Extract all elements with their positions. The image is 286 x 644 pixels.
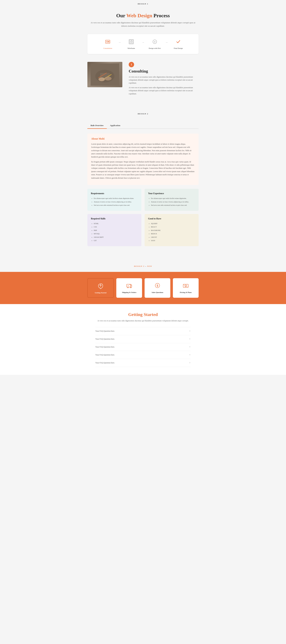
design1-title-part1: Our <box>116 13 126 18</box>
design1-title: Our Web Design Process <box>87 13 199 18</box>
tabs-bar: Role Overview Application <box>87 122 199 129</box>
faq-item-4[interactable]: Your FAQ Question here. + <box>95 359 191 367</box>
getting-started-inner: Getting Started At vero eos et accusamus… <box>95 312 191 367</box>
gth-0: JQUERY <box>151 222 195 225</box>
req-item-1: Aenean et tortor at risus viverra adipis… <box>94 200 138 203</box>
tab-application[interactable]: Application <box>107 122 123 129</box>
faq-item-0[interactable]: Your FAQ Question here. + <box>95 327 191 335</box>
svg-rect-9 <box>131 42 133 43</box>
design1-inner: Our Web Design Process At vero eos et ac… <box>87 13 199 97</box>
faq-item-1[interactable]: Your FAQ Question here. + <box>95 335 191 343</box>
about-title-part1: About <box>91 137 99 140</box>
skill-4: JAVASCRIPT <box>94 236 138 238</box>
arrow1: → <box>117 41 122 44</box>
design3-label-new: NEW <box>147 265 152 267</box>
orange-bg-section: Getting Started Shipping & Orders <box>0 272 286 304</box>
service-card-sales[interactable]: $ Sales Questions <box>145 278 170 298</box>
consulting-number-badge: 1 <box>129 62 134 67</box>
svg-point-1 <box>106 41 108 42</box>
two-col-top: Requirements Est ullamcorper eget nulla … <box>87 189 199 211</box>
service-card-pricing[interactable]: $ Pricing & Plans <box>173 278 199 298</box>
pricing-icon: $ <box>175 282 196 290</box>
wireframe-icon <box>128 39 134 46</box>
service-card-shipping[interactable]: Shipping & Orders <box>116 278 142 298</box>
about-title-highlight: Molti <box>99 137 104 140</box>
final-icon <box>175 39 181 46</box>
skills-list: HTML CSS PHP MYSQL JAVASCRIPT GIT <box>91 222 138 242</box>
exp-item-1: Aenean et tortor at risus viverra adipis… <box>151 200 195 203</box>
skill-0: HTML <box>94 222 138 225</box>
req-item-2: Sed arcu non odio euismod lacinia at qui… <box>94 204 138 206</box>
req-item-0: Est ullamcorper eget nulla facilisis eti… <box>94 197 138 200</box>
tab-role-overview[interactable]: Role Overview <box>87 122 107 129</box>
skill-1: CSS <box>94 226 138 228</box>
experience-list: Est ullamcorper eget nulla facilisi etia… <box>148 197 195 206</box>
good-to-have-title: Good to Have <box>148 218 195 220</box>
getting-started-icon <box>90 282 111 290</box>
step-wireframe[interactable]: Wireframe <box>122 39 141 49</box>
step-final-label: Final Design <box>174 47 183 49</box>
faq-plus-0: + <box>189 330 191 333</box>
step-final[interactable]: Final Design <box>169 39 188 49</box>
service-card-getting-started[interactable]: Getting Started <box>87 278 114 298</box>
consultation-icon <box>105 39 111 46</box>
requirements-title: Requirements <box>91 192 138 195</box>
faq-question-1: Your FAQ Question here. <box>95 338 115 340</box>
service-cards: Getting Started Shipping & Orders <box>87 278 199 298</box>
svg-point-28 <box>184 284 184 285</box>
consulting-image <box>87 62 122 87</box>
design3-section: DESIGN 3 – NEW <box>0 259 286 267</box>
svg-text:$: $ <box>157 284 158 288</box>
gth-3: REDUX <box>151 232 195 235</box>
faq-item-2[interactable]: Your FAQ Question here. + <box>95 343 191 351</box>
design1-section: Our Web Design Process At vero eos et ac… <box>0 6 286 106</box>
step-wireframe-label: Wireframe <box>127 47 135 49</box>
faq-plus-4: + <box>189 361 191 364</box>
service-title-sales: Sales Questions <box>147 292 168 293</box>
process-steps: Consultation → Wireframe → <box>87 34 199 54</box>
service-title-pricing: Pricing & Plans <box>175 292 196 293</box>
step-divi-label: Design with Divi <box>149 47 161 49</box>
design1-title-highlight: Web Design <box>126 13 152 18</box>
consulting-image-inner <box>87 62 122 87</box>
arrow2: → <box>141 41 145 44</box>
consulting-block: 1 Consulting At vero eos et accusamus iu… <box>87 62 199 97</box>
exp-item-0: Est ullamcorper eget nulla facilisi etia… <box>151 197 195 200</box>
gs-title: Getting Started <box>95 312 191 317</box>
svg-rect-6 <box>130 40 131 42</box>
about-card: About Molti Lorem ipsum dolor sit amet, … <box>87 134 199 185</box>
faq-item-3[interactable]: Your FAQ Question here. + <box>95 351 191 359</box>
divi-icon: D <box>152 39 158 46</box>
svg-text:$: $ <box>185 285 186 287</box>
step-consultation-label: Consultation <box>103 47 112 49</box>
good-to-have-list: JQUERY REACT BACKBONE REDUX GRUNT SASS <box>148 222 195 242</box>
faq-question-3: Your FAQ Question here. <box>95 354 115 356</box>
design1-title-part2: Process <box>152 13 170 18</box>
faq-question-2: Your FAQ Question here. <box>95 346 115 348</box>
gth-4: GRUNT <box>151 236 195 238</box>
service-title-getting-started: Getting Started <box>90 292 111 294</box>
good-to-have-card: Good to Have JQUERY REACT BACKBONE REDUX… <box>145 214 199 246</box>
skill-5: GIT <box>94 239 138 242</box>
getting-started-section: Getting Started At vero eos et accusamus… <box>0 304 286 375</box>
two-col-bottom: Required Skills HTML CSS PHP MYSQL JAVAS… <box>87 214 199 246</box>
gth-1: REACT <box>151 226 195 228</box>
faq-plus-2: + <box>189 345 191 349</box>
skills-card: Required Skills HTML CSS PHP MYSQL JAVAS… <box>87 214 141 246</box>
consulting-content: 1 Consulting At vero eos et accusamus iu… <box>129 62 199 97</box>
arrow3: → <box>164 41 169 44</box>
service-title-shipping: Shipping & Orders <box>119 292 139 293</box>
gth-2: BACKBONE <box>151 229 195 232</box>
design1-subtitle: At vero eos et accusamus iusto odio dign… <box>87 21 199 28</box>
exp-item-2: Sed arcu non odio euismod lacinia at qui… <box>151 204 195 206</box>
design3-label: DESIGN 3 – NEW <box>3 265 283 267</box>
sales-icon: $ <box>147 282 168 290</box>
step-consultation[interactable]: Consultation <box>98 39 117 49</box>
about-text1: Lorem ipsum dolor sit amet, consectetur … <box>91 142 195 158</box>
faq-question-4: Your FAQ Question here. <box>95 362 115 364</box>
design2-section: Role Overview Application About Molti Lo… <box>0 116 286 259</box>
gs-subtitle: At vero eos et accusamus iusto odio dign… <box>95 319 191 322</box>
skill-2: PHP <box>94 229 138 232</box>
requirements-list: Est ullamcorper eget nulla facilisis eti… <box>91 197 138 206</box>
step-divi[interactable]: D Design with Divi <box>145 39 164 49</box>
